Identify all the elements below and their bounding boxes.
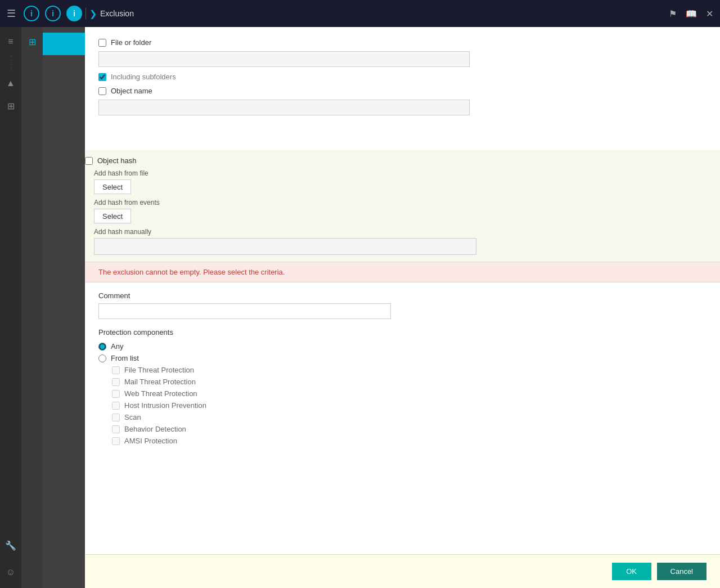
including-subfolders-checkbox[interactable] <box>98 73 106 81</box>
component-item-amsi: AMSI Protection <box>112 437 706 445</box>
component-item-host-intrusion: Host Intrusion Prevention <box>112 401 706 410</box>
scan-checkbox[interactable] <box>112 414 120 421</box>
behavior-detection-label: Behavior Detection <box>124 425 186 433</box>
nav-circle-2[interactable]: i <box>45 6 61 21</box>
dialog-content: File or folder Including subfolders Obje… <box>85 27 720 150</box>
mail-threat-label: Mail Threat Protection <box>124 378 196 386</box>
host-intrusion-checkbox[interactable] <box>112 402 120 410</box>
nav-icon-wrench[interactable]: 🔧 <box>2 536 20 554</box>
comment-section: Comment <box>85 282 720 319</box>
radio-from-list[interactable] <box>98 354 106 362</box>
file-or-folder-row: File or folder <box>98 38 706 47</box>
including-subfolders-label: Including subfolders <box>111 73 176 81</box>
file-threat-checkbox[interactable] <box>112 366 120 374</box>
mail-threat-checkbox[interactable] <box>112 378 120 386</box>
select-button-events[interactable]: Select <box>94 209 131 223</box>
behavior-detection-checkbox[interactable] <box>112 425 120 433</box>
nav-circle-3[interactable]: i <box>66 6 82 21</box>
active-tab[interactable] <box>43 33 85 55</box>
error-message: The exclusion cannot be empty. Please se… <box>98 268 285 276</box>
add-hash-manually-label: Add hash manually <box>94 228 720 236</box>
left-nav: ≡ · · · · ▲ ⊞ 🔧 ☺ <box>0 27 21 588</box>
nav-icon-grid[interactable]: ⊞ <box>2 97 20 115</box>
nav-dots: · · · · <box>8 55 14 70</box>
second-nav-icon-1[interactable]: ⊞ <box>23 33 41 51</box>
add-hash-from-events-label: Add hash from events <box>94 199 720 207</box>
titlebar-actions: ⚑ 📖 ✕ <box>669 8 713 19</box>
nav-icon-triangle[interactable]: ▲ <box>2 74 20 92</box>
web-threat-checkbox[interactable] <box>112 390 120 398</box>
comment-input[interactable] <box>98 303 391 319</box>
dialog-footer: OK Cancel <box>85 554 720 588</box>
object-hash-checkbox[interactable] <box>85 157 93 165</box>
error-banner: The exclusion cannot be empty. Please se… <box>85 262 720 282</box>
titlebar-title: Exclusion <box>100 9 134 18</box>
radio-any-row: Any <box>98 342 706 351</box>
from-list-label: From list <box>111 354 139 362</box>
object-name-checkbox[interactable] <box>98 87 106 95</box>
third-nav <box>43 27 85 588</box>
second-nav: ⊞ <box>21 27 43 588</box>
file-or-folder-checkbox[interactable] <box>98 39 106 47</box>
nav-icon-user[interactable]: ☺ <box>2 563 20 581</box>
object-hash-row: Object hash <box>85 156 720 165</box>
amsi-protection-label: AMSI Protection <box>124 437 177 445</box>
component-item-mail-threat: Mail Threat Protection <box>112 378 706 386</box>
component-item-web-threat: Web Threat Protection <box>112 389 706 398</box>
component-item-file-threat: File Threat Protection <box>112 366 706 374</box>
component-item-behavior: Behavior Detection <box>112 425 706 433</box>
cancel-button[interactable]: Cancel <box>657 563 706 580</box>
dialog-wrapper: File or folder Including subfolders Obje… <box>85 27 720 588</box>
radio-any[interactable] <box>98 343 106 351</box>
web-threat-label: Web Threat Protection <box>124 389 197 398</box>
object-name-row: Object name <box>98 87 706 95</box>
file-or-folder-label: File or folder <box>111 38 151 47</box>
add-hash-manually-input[interactable] <box>94 238 476 255</box>
flag-icon[interactable]: ⚑ <box>669 8 677 19</box>
component-item-scan: Scan <box>112 413 706 421</box>
breadcrumb-arrow: ❯ <box>89 8 97 19</box>
object-hash-section: Object hash Add hash from file Select Ad… <box>85 150 720 262</box>
nav-icon-list[interactable]: ≡ <box>2 33 20 51</box>
titlebar-divider <box>86 8 86 19</box>
book-icon[interactable]: 📖 <box>686 8 697 19</box>
radio-from-list-row: From list <box>98 354 706 362</box>
close-icon[interactable]: ✕ <box>706 8 713 19</box>
select-button-file[interactable]: Select <box>94 179 131 194</box>
content-area: File or folder Including subfolders Obje… <box>85 27 720 588</box>
file-or-folder-input[interactable] <box>98 51 470 67</box>
protection-section: Protection components Any From list File… <box>85 319 720 454</box>
titlebar: ☰ i i i ❯ Exclusion ⚑ 📖 ✕ <box>0 0 720 27</box>
nav-circle-1[interactable]: i <box>24 6 39 21</box>
host-intrusion-label: Host Intrusion Prevention <box>124 401 206 410</box>
menu-icon[interactable]: ☰ <box>7 7 16 20</box>
ok-button[interactable]: OK <box>612 563 651 580</box>
protection-components-title: Protection components <box>98 328 706 336</box>
add-hash-from-file-label: Add hash from file <box>94 169 720 177</box>
amsi-protection-checkbox[interactable] <box>112 437 120 445</box>
scan-label: Scan <box>124 413 141 421</box>
object-hash-label: Object hash <box>97 156 136 165</box>
component-list: File Threat Protection Mail Threat Prote… <box>112 366 706 445</box>
file-threat-label: File Threat Protection <box>124 366 194 374</box>
object-name-input[interactable] <box>98 100 470 115</box>
object-name-label: Object name <box>111 87 152 95</box>
comment-label: Comment <box>98 291 706 300</box>
titlebar-nav-icons: i i i <box>24 6 82 21</box>
including-subfolders-row: Including subfolders <box>98 73 706 81</box>
main-layout: ≡ · · · · ▲ ⊞ 🔧 ☺ ⊞ File or folder <box>0 0 720 588</box>
any-label: Any <box>111 342 123 351</box>
